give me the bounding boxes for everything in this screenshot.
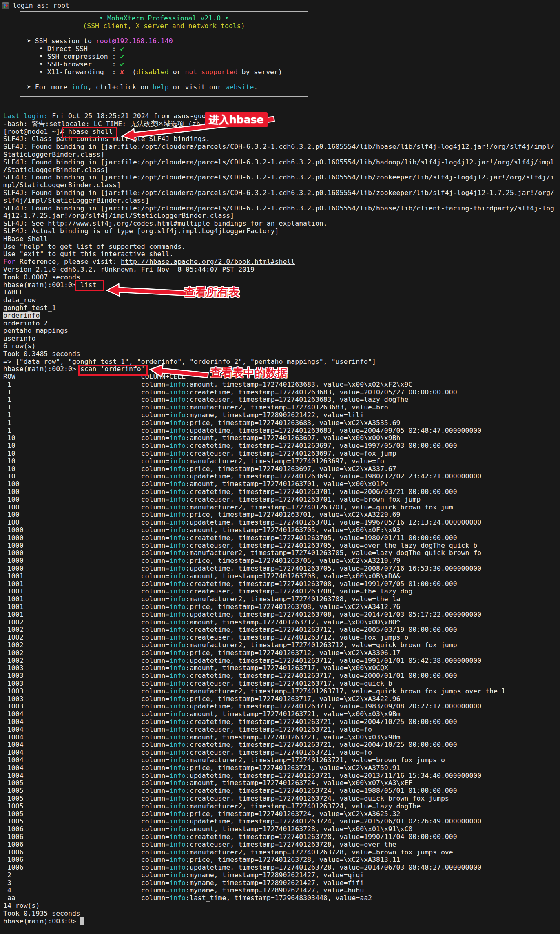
terminal-line: 1 column=info:createuser, timestamp=1727… (3, 396, 558, 404)
terminal-line: 1 column=info:updatetime, timestamp=1727… (3, 427, 558, 435)
terminal-output[interactable]: Last login: Fri Oct 25 18:25:21 2024 fro… (3, 113, 558, 925)
terminal-line: 1000 column=info:amount, timestamp=17274… (3, 527, 558, 534)
terminal-line: SLF4J: Found binding in [jar:file:/opt/c… (3, 174, 558, 181)
terminal-window: login as: root • MobaXterm Professional … (0, 0, 560, 934)
terminal-line: 100 column=info:amount, timestamp=172740… (3, 480, 558, 488)
terminal-line: SLF4J: See http://www.slf4j.org/codes.ht… (3, 220, 558, 228)
terminal-line: 2 column=info:myname, timestamp=17289026… (3, 872, 558, 879)
terminal-line: 1003 column=info:createuser, timestamp=1… (3, 680, 558, 688)
terminal-line: 1000 column=info:createuser, timestamp=1… (3, 542, 558, 550)
terminal-line: 100 column=info:updatetime, timestamp=17… (3, 519, 558, 527)
terminal-line: • Direct SSH : ✔ (20, 45, 308, 53)
terminal-line: 1002 column=info:price, timestamp=172740… (3, 649, 558, 657)
terminal-line: 1005 column=info:price, timestamp=172740… (3, 810, 558, 818)
terminal-line: 1 column=info:amount, timestamp=17274012… (3, 381, 558, 389)
annotation-box-hbase-shell (62, 127, 117, 138)
terminal-line: • MobaXterm Professional v21.0 • (20, 15, 308, 22)
terminal-line: 1004 column=info:createtime, timestamp=1… (3, 718, 558, 726)
terminal-line: Last login: Fri Oct 25 18:25:21 2024 fro… (3, 113, 558, 120)
terminal-line: 1004 column=info:updatetime, timestamp=1… (3, 772, 558, 780)
terminal-line: 1006 column=info:createtime, timestamp=1… (3, 833, 558, 841)
terminal-line: 1005 column=info:manufacturer2, timestam… (3, 803, 558, 810)
terminal-line: 1000 column=info:price, timestamp=172740… (3, 557, 558, 565)
terminal-line: gonghf_test_1 (3, 304, 558, 312)
terminal-line: Version 2.1.0-cdh6.3.2, rUnknown, Fri No… (3, 266, 558, 274)
titlebar: login as: root (2, 1, 69, 10)
terminal-line: 4j12-1.7.25.jar!/org/slf4j/impl/StaticLo… (3, 212, 558, 220)
terminal-line: 10 column=info:createuser, timestamp=172… (3, 450, 558, 458)
terminal-line: 1003 column=info:amount, timestamp=17274… (3, 664, 558, 672)
terminal-line: 1004 column=info:manufacturer2, timestam… (3, 757, 558, 764)
terminal-line: 1005 column=info:createtime, timestamp=1… (3, 787, 558, 795)
terminal-line: 1005 column=info:updatetime, timestamp=1… (3, 818, 558, 826)
terminal-line: SLF4J: Actual binding is of type [org.sl… (3, 228, 558, 235)
terminal-line: 1002 column=info:createtime, timestamp=1… (3, 626, 558, 634)
annotation-label-list: 查看所有表 (184, 285, 239, 299)
terminal-line: • X11-forwarding : ✘ (disabled or not su… (20, 69, 308, 76)
terminal-line: data_row (3, 297, 558, 304)
terminal-line: 1001 column=info:amount, timestamp=17274… (3, 573, 558, 580)
terminal-line: 1001 column=info:manufacturer2, timestam… (3, 595, 558, 603)
terminal-line: • SSH compression : ✔ (20, 53, 308, 61)
terminal-line: orderinfo_2 (3, 320, 558, 328)
annotation-box-list (75, 280, 104, 291)
terminal-line: ➤ For more info, ctrl+click on help or v… (20, 84, 308, 91)
terminal-line: aa column=info:last_time, timestamp=1729… (3, 894, 558, 902)
terminal-line: 1006 column=info:amount, timestamp=17274… (3, 826, 558, 833)
terminal-line: 1006 column=info:createuser, timestamp=1… (3, 841, 558, 849)
terminal-line: slf4j/impl/StaticLoggerBinder.class] (3, 197, 558, 205)
terminal-line: 100 column=info:createtime, timestamp=17… (3, 488, 558, 496)
terminal-line: SLF4J: Found binding in [jar:file:/opt/c… (3, 159, 558, 166)
terminal-line: orderinfo (3, 312, 558, 320)
terminal-line: 1004 column=info:amount, timestamp=17274… (3, 710, 558, 718)
terminal-line: 1006 column=info:manufacturer2, timestam… (3, 849, 558, 857)
terminal-line: 100 column=info:createuser, timestamp=17… (3, 496, 558, 504)
terminal-line: 1000 column=info:createtime, timestamp=1… (3, 534, 558, 542)
terminal-line: 14 row(s) (3, 902, 558, 910)
terminal-line: 1003 column=info:updatetime, timestamp=1… (3, 703, 558, 710)
terminal-line: SLF4J: Found binding in [jar:file:/opt/c… (3, 143, 558, 151)
terminal-line: hbase(main):003:0> (3, 918, 558, 925)
terminal-line: 1002 column=info:createuser, timestamp=1… (3, 634, 558, 642)
terminal-line: 1002 column=info:amount, timestamp=17274… (3, 619, 558, 626)
terminal-line (20, 30, 308, 38)
terminal-line: ➤ SSH session to root@192.168.16.140 (20, 38, 308, 45)
terminal-line: /StaticLoggerBinder.class] (3, 166, 558, 174)
annotation-label-enter-hbase: 进入hbase (205, 112, 268, 127)
terminal-line: 100 column=info:price, timestamp=1727401… (3, 511, 558, 519)
terminal-line: pentaho_mappings (3, 327, 558, 335)
welcome-banner: • MobaXterm Professional v21.0 •(SSH cli… (20, 11, 308, 97)
terminal-line: 1001 column=info:createuser, timestamp=1… (3, 588, 558, 595)
terminal-line: 10 column=info:amount, timestamp=1727401… (3, 434, 558, 442)
terminal-line: SLF4J: Found binding in [jar:file:/opt/c… (3, 189, 558, 197)
terminal-line: Took 0.3485 seconds (3, 350, 558, 358)
terminal-line: 1003 column=info:createtime, timestamp=1… (3, 672, 558, 680)
terminal-line: • SSH-browser : ✔ (20, 61, 308, 69)
terminal-line: 1005 column=info:amount, timestamp=17274… (3, 779, 558, 787)
terminal-line: SLF4J: Found binding in [jar:file:/opt/c… (3, 205, 558, 212)
terminal-line: 1 column=info:createtime, timestamp=1727… (3, 389, 558, 396)
terminal-line: 1006 column=info:price, timestamp=172740… (3, 856, 558, 864)
terminal-line: 1003 column=info:price, timestamp=172740… (3, 695, 558, 703)
terminal-line: 3 column=info:myname, timestamp=17289026… (3, 879, 558, 887)
terminal-line: 1 column=info:manufacturer2, timestamp=1… (3, 404, 558, 412)
terminal-line: 10 column=info:createtime, timestamp=172… (3, 442, 558, 450)
terminal-line: 1004 column=info:price, timestamp=172740… (3, 764, 558, 772)
terminal-line: (SSH client, X server and network tools) (20, 22, 308, 30)
annotation-box-scan (78, 365, 148, 376)
terminal-line: 100 column=info:manufacturer2, timestamp… (3, 504, 558, 511)
terminal-line: 1004 column=info:createuser, timestamp=1… (3, 726, 558, 734)
terminal-line: 1001 column=info:updatetime, timestamp=1… (3, 611, 558, 619)
terminal-line: 1004 column=info:createuser, timestamp=1… (3, 749, 558, 757)
terminal-line: 10 column=info:manufacturer2, timestamp=… (3, 458, 558, 465)
terminal-line: userinfo (3, 335, 558, 343)
terminal-line: 10 column=info:price, timestamp=17274012… (3, 465, 558, 473)
terminal-line (20, 76, 308, 84)
terminal-line: 1000 column=info:manufacturer2, timestam… (3, 549, 558, 557)
terminal-line: Took 0.1935 seconds (3, 910, 558, 918)
mobaxterm-icon (2, 2, 9, 9)
annotation-label-scan: 查看表中的数据 (210, 365, 288, 380)
terminal-line: 1004 column=info:createtime, timestamp=1… (3, 741, 558, 749)
terminal-line: StaticLoggerBinder.class] (3, 151, 558, 159)
terminal-line: 1002 column=info:updatetime, timestamp=1… (3, 657, 558, 665)
